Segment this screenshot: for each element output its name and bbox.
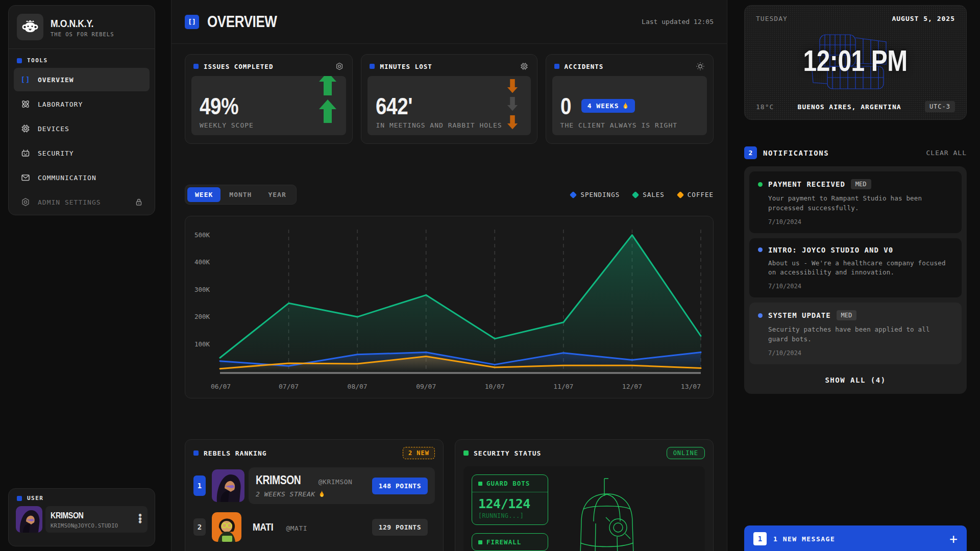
- show-all-button[interactable]: SHOW ALL (4): [749, 369, 962, 389]
- trend-down-arrows: [502, 79, 523, 129]
- sidebar-item-communication[interactable]: COMMUNICATION: [14, 166, 150, 189]
- notification-count-badge: 2: [744, 146, 757, 159]
- online-badge: ONLINE: [667, 447, 705, 459]
- stat-title: ISSUES COMPLETED: [204, 63, 273, 70]
- ranking-row-2[interactable]: 2 MATI: [193, 512, 435, 542]
- svg-text:300K: 300K: [194, 286, 210, 293]
- points-badge: 148 POINTS: [372, 478, 428, 494]
- panel-bullet: [193, 450, 199, 456]
- panel-title: SECURITY STATUS: [474, 449, 541, 457]
- kebab-menu-icon[interactable]: •••: [138, 514, 142, 524]
- section-bullet: [17, 496, 22, 501]
- notification-date: 7/10/2024: [768, 283, 953, 290]
- new-message-bar[interactable]: 1 1 NEW MESSAGE +: [744, 525, 967, 551]
- stat-bullet: [193, 64, 199, 69]
- sidebar-item-overview[interactable]: [] OVERVIEW: [14, 68, 150, 91]
- tab-month[interactable]: MONTH: [222, 187, 259, 202]
- legend-coffee[interactable]: COFFEE: [678, 191, 714, 198]
- brackets-icon: []: [185, 15, 199, 29]
- firewall-panel: FIREWALL: [472, 533, 548, 551]
- fire-icon: [622, 102, 629, 110]
- notification-payment[interactable]: PAYMENT RECEIVED MED Your payment to Ram…: [749, 171, 962, 233]
- svg-text:07/07: 07/07: [279, 383, 299, 390]
- priority-badge: MED: [837, 310, 857, 320]
- message-count-badge: 1: [753, 532, 767, 545]
- notification-body: About us - We're a healthcare company fo…: [768, 259, 953, 278]
- page-header: [] OVERVIEW Last updated 12:05: [172, 0, 727, 44]
- sidebar-nav: [] OVERVIEW LABORATORY DEVICES: [9, 68, 155, 214]
- plus-icon[interactable]: +: [949, 532, 958, 545]
- svg-text:09/07: 09/07: [416, 383, 436, 390]
- guard-bots-panel: GUARD BOTS 124/124 [RUNNING...]: [472, 474, 548, 525]
- date-label: AUGUST 5, 2025: [892, 15, 955, 22]
- clock-widget: TUESDAY AUGUST 5, 2025 12:01 PM 18°C BUE…: [744, 5, 967, 120]
- notifications-title: NOTIFICATIONS: [763, 149, 829, 157]
- svg-text:500K: 500K: [194, 231, 210, 239]
- stats-row: ISSUES COMPLETED 49% WEEKLY SCOPE: [185, 54, 714, 144]
- weeks-badge: 4 WEEKS: [581, 99, 635, 113]
- notifications-panel: PAYMENT RECEIVED MED Your payment to Ram…: [744, 166, 967, 394]
- status-dot: [758, 182, 763, 187]
- temperature-label: 18°C: [756, 103, 774, 111]
- svg-text:400K: 400K: [194, 258, 210, 266]
- diamond-icon: [677, 191, 684, 198]
- notification-system-update[interactable]: SYSTEM UPDATE MED Security patches have …: [749, 303, 962, 364]
- stat-title: ACCIDENTS: [565, 63, 604, 70]
- main-panel: [] OVERVIEW Last updated 12:05 ISSUES CO…: [171, 0, 727, 551]
- user-card: USER KRIMSON KRIMSON@JOYCO.STUDIO •••: [8, 488, 155, 546]
- panel-bullet: [463, 450, 469, 456]
- notification-date: 7/10/2024: [768, 218, 953, 226]
- rebel-handle: @KRIMSON: [318, 478, 353, 486]
- security-status-card: SECURITY STATUS ONLINE GUARD BOTS 124/12…: [455, 439, 714, 551]
- sidebar: M.O.N.K.Y. THE OS FOR REBELS TOOLS [] OV…: [8, 5, 155, 215]
- sidebar-item-laboratory[interactable]: LABORATORY: [14, 92, 150, 116]
- notification-body: Your payment to Rampant Studio has been …: [768, 194, 953, 213]
- rebel-handle: @MATI: [286, 524, 307, 532]
- tab-year[interactable]: YEAR: [260, 187, 293, 202]
- mail-icon: [20, 172, 31, 183]
- guard-robot-graphic: [557, 473, 659, 551]
- rank-number: 1: [193, 475, 206, 496]
- svg-text:200K: 200K: [194, 313, 210, 320]
- time-display: 12:01 PM: [793, 44, 917, 78]
- chip-icon: [20, 123, 31, 134]
- cog-settings-icon[interactable]: [696, 62, 705, 71]
- gear-icon: [20, 197, 31, 207]
- user-email: KRIMSON@JOYCO.STUDIO: [51, 522, 118, 529]
- notification-intro[interactable]: INTRO: JOYCO STUDIO AND V0 About us - We…: [749, 238, 962, 298]
- settings-icon[interactable]: [335, 62, 344, 71]
- section-bullet: [17, 58, 22, 63]
- area-chart: 100K200K300K400K500K06/0707/0708/0709/07…: [185, 216, 714, 398]
- green-bullet: [478, 540, 482, 544]
- lock-icon: [134, 197, 143, 207]
- clear-all-button[interactable]: CLEAR ALL: [926, 149, 967, 157]
- stat-card-minutes: MINUTES LOST 642' IN MEETINGS AND RABBIT…: [361, 54, 537, 144]
- avatar: [212, 512, 241, 542]
- legend-sales[interactable]: SALES: [633, 191, 665, 198]
- points-badge: 129 POINTS: [372, 519, 428, 536]
- guard-bots-state: [RUNNING...]: [472, 511, 548, 524]
- chip-settings-icon[interactable]: [520, 62, 529, 71]
- chart-controls: WEEK MONTH YEAR SPENDINGS SALES COFFEE: [185, 185, 714, 205]
- chart-legend: SPENDINGS SALES COFFEE: [571, 191, 714, 198]
- stat-caption: THE CLIENT ALWAYS IS RIGHT: [560, 121, 699, 129]
- sidebar-item-devices[interactable]: DEVICES: [14, 117, 150, 140]
- svg-text:11/07: 11/07: [553, 383, 573, 390]
- right-sidebar: TUESDAY AUGUST 5, 2025 12:01 PM 18°C BUE…: [744, 5, 967, 394]
- notifications-header: 2 NOTIFICATIONS CLEAR ALL: [744, 146, 967, 159]
- range-tabs: WEEK MONTH YEAR: [185, 185, 297, 205]
- sidebar-item-admin-settings[interactable]: ADMIN SETTINGS: [14, 190, 150, 214]
- ranking-row-1[interactable]: 1 KRIMSON: [193, 467, 435, 504]
- logo: M.O.N.K.Y. THE OS FOR REBELS: [9, 6, 155, 49]
- stat-card-issues: ISSUES COMPLETED 49% WEEKLY SCOPE: [185, 54, 353, 144]
- sidebar-item-security[interactable]: SECURITY: [14, 141, 150, 165]
- legend-spendings[interactable]: SPENDINGS: [571, 191, 620, 198]
- status-dot: [758, 313, 763, 318]
- diamond-icon: [570, 191, 577, 198]
- app-title: M.O.N.K.Y.: [51, 17, 114, 30]
- svg-text:06/07: 06/07: [211, 383, 231, 390]
- trend-up-arrows: [317, 76, 338, 129]
- tab-week[interactable]: WEEK: [187, 187, 220, 202]
- stat-caption: IN MEETINGS AND RABBIT HOLES: [376, 121, 502, 129]
- brackets-icon: []: [20, 76, 31, 84]
